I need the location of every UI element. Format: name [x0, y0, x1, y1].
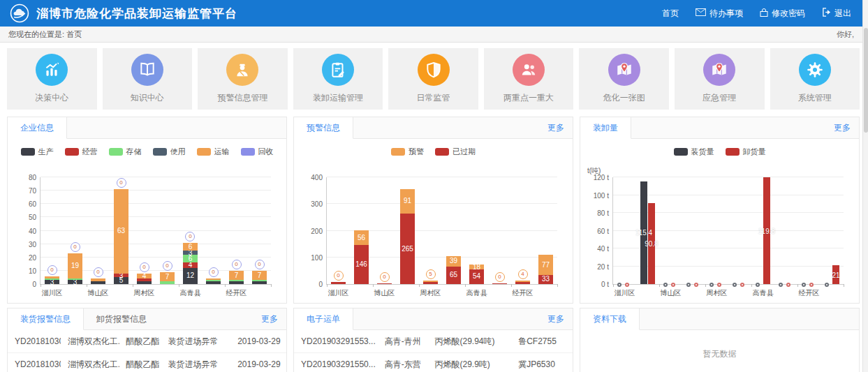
- x-tick-label: 博山区: [87, 288, 110, 298]
- legend-item[interactable]: 运输: [197, 147, 230, 157]
- legend-swatch: [65, 148, 79, 156]
- scrollbar-thumb[interactable]: [864, 28, 868, 133]
- quick-nav-decision-center[interactable]: 决策中心: [7, 48, 97, 110]
- bar-segment: 4: [183, 262, 197, 268]
- marker-circle: 0: [140, 262, 149, 272]
- legend-label: 经营: [82, 147, 98, 157]
- quick-nav-two-key-one-major[interactable]: 两重点一重大: [484, 48, 574, 110]
- legend-label: 卸货量: [743, 147, 766, 157]
- bar-segment: 19: [68, 253, 82, 278]
- table-row[interactable]: YD201903291550...高青-东营丙烯酸(29.9吨)冀JP6530: [294, 353, 573, 372]
- panel-loading-alarm: 装货报警信息 卸货报警信息 更多 YD20181030...淄博双杰化工...醋…: [7, 308, 287, 372]
- marker-circle: 0: [117, 178, 126, 188]
- marker-circle: 0: [47, 265, 57, 275]
- nav-change-password[interactable]: 修改密码: [760, 8, 805, 20]
- y-tick-label: 20 t: [585, 263, 609, 271]
- table-row[interactable]: YD20181030...淄博双杰化工...醋酸乙酯装货进场异常2019-03-…: [8, 330, 286, 353]
- mail-icon: [696, 8, 706, 18]
- y-tick-label: 300: [299, 200, 323, 208]
- quick-nav-daily-supervision[interactable]: 日常监管: [388, 48, 478, 110]
- bar-segment: [423, 281, 437, 282]
- legend-item[interactable]: 预警: [391, 147, 424, 157]
- bar-value-label: 119.8: [751, 228, 782, 235]
- quick-nav-label: 系统管理: [798, 92, 832, 104]
- legend-item[interactable]: 已过期: [435, 147, 476, 157]
- bar-segment: [423, 282, 437, 284]
- bar-segment: 7: [252, 271, 266, 280]
- tabbar: 装卸量 更多: [580, 117, 859, 139]
- table-cell: YD20181030...: [8, 359, 61, 369]
- bar-value-label: 90.8: [636, 240, 667, 248]
- tab-downloads[interactable]: 资料下载: [580, 308, 640, 330]
- quick-nav-hazchem-map[interactable]: 危化一张图: [579, 48, 669, 110]
- y-tick-label: 20: [13, 254, 36, 262]
- legend-swatch: [391, 148, 405, 156]
- x-tick-label: 经开区: [225, 288, 248, 298]
- y-tick-label: 70: [13, 187, 36, 195]
- bar-segment: 3: [114, 274, 128, 278]
- bar-segment: [377, 283, 391, 284]
- table-row[interactable]: YD20181030...淄博双杰化工...醋酸乙酯装货进场异常2019-03-…: [8, 353, 286, 372]
- tab-unloading-alarm[interactable]: 卸货报警信息: [84, 308, 159, 329]
- table-cell: 高青-东营: [378, 359, 428, 371]
- quick-nav-transport-mgmt[interactable]: 装卸运输管理: [293, 48, 383, 110]
- tab-e-waybill[interactable]: 电子运单: [294, 308, 353, 330]
- quick-nav-label: 预警信息管理: [217, 92, 267, 104]
- map-pin-icon: [703, 54, 735, 86]
- more-link[interactable]: 更多: [834, 122, 859, 134]
- gear-icon: [799, 54, 831, 86]
- quick-nav-system-mgmt[interactable]: 系统管理: [770, 48, 860, 110]
- y-tick-label: 50: [13, 214, 36, 221]
- bar-segment: 3: [68, 280, 82, 284]
- zero-marker: [709, 283, 714, 287]
- y-tick-label: 100: [299, 254, 323, 262]
- legend-swatch: [197, 148, 211, 156]
- legend-item[interactable]: 存储: [109, 147, 142, 157]
- quick-nav-knowledge-center[interactable]: 知识中心: [103, 48, 193, 110]
- bar-segment: [160, 281, 174, 284]
- zero-marker: [779, 283, 783, 287]
- legend-label: 预警: [409, 147, 424, 157]
- bar-segment: [515, 281, 529, 282]
- nav-logout[interactable]: 退出: [822, 8, 851, 20]
- tab-loading-alarm[interactable]: 装货报警信息: [8, 308, 84, 330]
- more-link[interactable]: 更多: [261, 313, 286, 325]
- bar-segment: 6: [183, 243, 197, 251]
- tab-enterprise-info[interactable]: 企业信息: [8, 117, 67, 139]
- y-tick-label: 60 t: [585, 228, 609, 235]
- legend-label: 存储: [126, 147, 142, 157]
- more-link[interactable]: 更多: [547, 313, 573, 325]
- shield-icon: [418, 54, 450, 86]
- scrollbar[interactable]: [862, 0, 868, 372]
- legend-item[interactable]: 装货量: [674, 147, 714, 157]
- marker-circle: 4: [518, 269, 528, 279]
- legend-swatch: [674, 148, 688, 156]
- table-cell: YD201903291553...: [294, 336, 378, 346]
- table-cell: 丙烯酸(29.94吨): [428, 336, 512, 348]
- more-link[interactable]: 更多: [547, 122, 573, 134]
- legend-item[interactable]: 使用: [153, 147, 186, 157]
- legend-item[interactable]: 经营: [65, 147, 98, 157]
- bar-segment: 3: [45, 280, 59, 284]
- breadcrumb-current[interactable]: 首页: [66, 29, 82, 40]
- quick-nav-warning-info-mgmt[interactable]: 预警信息管理: [198, 48, 288, 110]
- tab-warning-info[interactable]: 预警信息: [294, 117, 353, 139]
- map-pin-icon: [608, 54, 640, 86]
- legend-item[interactable]: 生产: [21, 147, 54, 157]
- nav-todo[interactable]: 待办事项: [696, 8, 743, 20]
- tab-load-volume[interactable]: 装卸量: [580, 117, 631, 139]
- nav-home[interactable]: 首页: [662, 8, 679, 20]
- legend-item[interactable]: 卸货量: [726, 147, 766, 157]
- legend-label: 已过期: [453, 147, 476, 157]
- table-row[interactable]: YD201903291553...高青-青州丙烯酸(29.94吨)鲁CF2755: [294, 330, 573, 353]
- bar-segment: 54: [469, 269, 483, 284]
- x-tick-label: 周村区: [705, 288, 728, 298]
- tabbar: 电子运单 更多: [294, 308, 573, 330]
- zero-marker: [733, 283, 737, 287]
- zero-marker: [671, 283, 675, 287]
- marker-circle: 0: [185, 232, 195, 241]
- quick-nav-emergency-mgmt[interactable]: 应急管理: [675, 48, 765, 110]
- bar-segment: [45, 278, 59, 280]
- legend-item[interactable]: 回收: [241, 147, 274, 157]
- bar-segment: [229, 281, 243, 284]
